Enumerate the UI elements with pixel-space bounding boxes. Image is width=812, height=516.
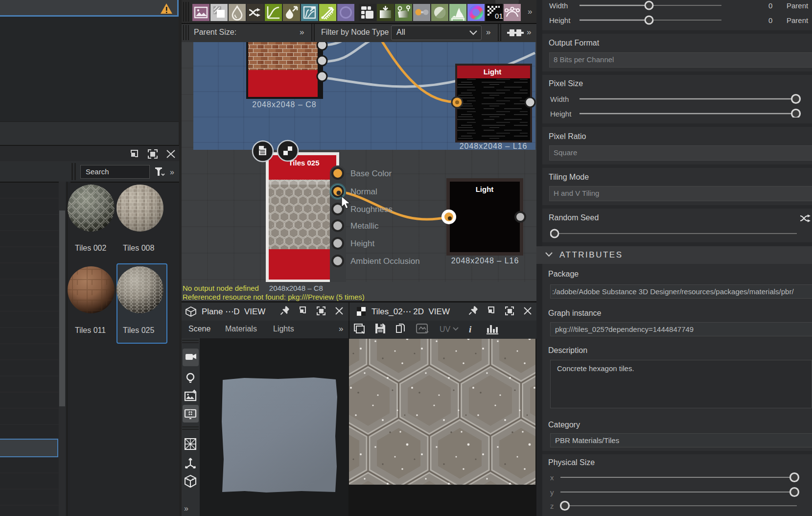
- svg-text:Light: Light: [476, 185, 494, 193]
- svg-text:2048x2048 – L16: 2048x2048 – L16: [460, 142, 528, 150]
- svg-text:Metallic: Metallic: [350, 221, 379, 231]
- svg-text:Base Color: Base Color: [350, 169, 392, 178]
- svg-text:01: 01: [495, 12, 503, 20]
- svg-text:Roughness: Roughness: [350, 205, 393, 214]
- svg-text:2048x2048 – L16: 2048x2048 – L16: [451, 257, 519, 265]
- svg-text:i: i: [469, 324, 472, 334]
- svg-text:Ambient Occlusion: Ambient Occlusion: [350, 257, 420, 266]
- svg-text:UV: UV: [440, 325, 451, 333]
- svg-text:2048x2048 – C8: 2048x2048 – C8: [252, 100, 316, 109]
- svg-text:Normal: Normal: [350, 187, 377, 196]
- svg-text:Height: Height: [350, 239, 374, 248]
- svg-text:Light: Light: [484, 68, 502, 76]
